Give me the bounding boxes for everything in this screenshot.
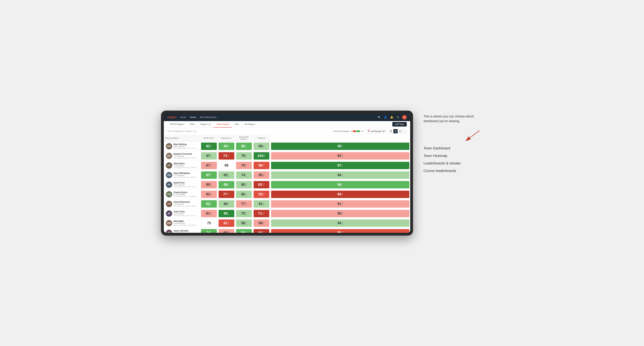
table-row[interactable]: EC Edward Crossman 1-5 Handicap Sunningd… bbox=[164, 151, 410, 161]
metric-box: 87 -3▼ bbox=[201, 162, 217, 169]
metric-box: 89 7▲ bbox=[218, 181, 234, 188]
table-row[interactable]: AN Aaron Nicholls 11-15 Handicap Drift G… bbox=[164, 228, 410, 233]
metric-value: 89 bbox=[338, 211, 341, 215]
last-rounds-button[interactable]: 📅 Last Rounds: 20 bbox=[366, 129, 387, 133]
metric-value: 73 bbox=[223, 154, 227, 158]
metric-change: -6▼ bbox=[263, 164, 264, 167]
player-info: Blair McHarg Plus Handicap Royal North D… bbox=[174, 143, 198, 149]
metric-value: 74 bbox=[241, 173, 245, 177]
player-handicap: 1-5 Handicap bbox=[174, 213, 198, 215]
metric-change: 9▲ bbox=[342, 145, 343, 148]
change-red-bar bbox=[353, 130, 356, 132]
table-row[interactable]: EE Elliot Ebert 1-5 Handicap Sunningdale… bbox=[164, 161, 410, 170]
nav-teams[interactable]: Teams bbox=[190, 115, 196, 119]
metric-change: 4▲ bbox=[245, 221, 247, 225]
edit-icon[interactable] bbox=[194, 130, 196, 133]
table-row[interactable]: BM Blair McHarg Plus Handicap Royal Nort… bbox=[164, 141, 410, 151]
player-handicap: 11-15 Handicap bbox=[174, 232, 196, 233]
tab-tour[interactable]: Tour bbox=[232, 121, 242, 128]
metric-value: 83 bbox=[206, 192, 210, 196]
tablet-screen: clippd Home Teams My Performance 🔍 👤 🔔 ⚙… bbox=[164, 113, 410, 233]
player-table: Player Quality ▾ Off the Tee ▾ Approach … bbox=[164, 135, 410, 233]
view-heatmap-button[interactable]: ◫ bbox=[398, 129, 402, 133]
metric-change: 8▲ bbox=[228, 212, 229, 215]
metric-box: 85 -3▼ bbox=[201, 181, 217, 188]
table-container: Player Quality ▾ Off the Tee ▾ Approach … bbox=[164, 135, 410, 233]
player-handicap: 6-10 Handicap bbox=[174, 222, 198, 224]
metric-value: 103 bbox=[258, 154, 263, 158]
metric-box: 85 -3▼ bbox=[254, 172, 269, 179]
settings-icon[interactable]: ⚙ bbox=[396, 115, 400, 119]
metric-change: 4▲ bbox=[263, 202, 264, 205]
tab-team-clippd[interactable]: Team Clippd bbox=[214, 121, 232, 128]
nav-links: Home Teams My Performance bbox=[180, 115, 374, 119]
player-info: Charlie Quick 6-10 Handicap St. George's… bbox=[174, 191, 198, 197]
metric-box: 83 -10▼ bbox=[254, 181, 269, 188]
player-cell: DF David Ford Plus Handicap Royal North … bbox=[164, 180, 200, 189]
menu-item-dashboard[interactable]: Team Dashboard bbox=[424, 146, 483, 150]
table-row[interactable]: JC Josh Coles 1-5 Handicap Royal North D… bbox=[164, 209, 410, 218]
metric-box: 79 9▲ bbox=[236, 152, 252, 160]
metric-value: 81 bbox=[259, 202, 262, 206]
player-info: Matt Miller 6-10 Handicap Woburn Golf Cl… bbox=[174, 220, 198, 226]
metric-around_green: 88 -2▼ bbox=[253, 218, 270, 228]
player-name: Blair McHarg bbox=[174, 143, 198, 146]
bell-icon[interactable]: 🔔 bbox=[390, 115, 394, 119]
player-cell: EC Edward Crossman 1-5 Handicap Sunningd… bbox=[164, 151, 200, 161]
metric-change: 15▲ bbox=[264, 154, 266, 158]
metric-box: 86 -8▼ bbox=[271, 191, 409, 198]
nav-my-performance[interactable]: My Performance bbox=[200, 115, 216, 119]
profile-icon[interactable]: 👤 bbox=[383, 115, 388, 119]
metric-change: -11▼ bbox=[262, 212, 265, 215]
metric-value: 61 bbox=[224, 221, 228, 225]
metric-value: 80 bbox=[241, 183, 245, 187]
metric-value: 84 bbox=[258, 231, 262, 233]
metric-value: 96 bbox=[338, 183, 341, 187]
search-icon[interactable]: 🔍 bbox=[377, 115, 381, 119]
metric-putting: 95 9▲ bbox=[270, 141, 410, 151]
metric-around_green: 88 -1▼ bbox=[253, 141, 270, 151]
metric-value: 87 bbox=[206, 163, 210, 168]
metric-value: 58 bbox=[241, 231, 245, 233]
user-avatar[interactable]: U bbox=[402, 115, 407, 120]
metric-value: 80 bbox=[241, 192, 245, 196]
metric-value: 86 bbox=[338, 192, 341, 196]
view-list-button[interactable]: ☰ bbox=[389, 129, 393, 133]
metric-around_green: 81 4▲ bbox=[253, 199, 270, 209]
player-cell: BM Blair McHarg Plus Handicap Royal Nort… bbox=[164, 141, 200, 151]
metric-approach: 75 -3▼ bbox=[235, 161, 253, 170]
table-row[interactable]: DF David Ford Plus Handicap Royal North … bbox=[164, 180, 410, 189]
metric-off_tee: 82 4▲ bbox=[218, 170, 235, 180]
add-team-button[interactable]: Add Team bbox=[392, 122, 407, 127]
player-name: Josh Coles bbox=[174, 210, 198, 213]
metric-box: 89 -2▼ bbox=[271, 210, 409, 217]
col-header-player: Player Quality ▾ bbox=[164, 135, 200, 142]
tab-pgat-players[interactable]: PGAT Players bbox=[167, 121, 187, 128]
tab-all-players[interactable]: All Players bbox=[242, 121, 258, 128]
table-row[interactable]: MM Matt Miller 6-10 Handicap Woburn Golf… bbox=[164, 218, 410, 228]
table-row[interactable]: CQ Charlie Quick 6-10 Handicap St. Georg… bbox=[164, 189, 410, 199]
metric-value: 93 bbox=[206, 144, 210, 148]
nav-home[interactable]: Home bbox=[180, 115, 186, 119]
player-name: Matt Miller bbox=[174, 220, 198, 222]
player-avatar: DF bbox=[166, 181, 172, 188]
sub-nav: PGAT Players PGA Hcaps 1-5 Team Clippd T… bbox=[164, 121, 410, 128]
tab-hcaps[interactable]: Hcaps 1-5 bbox=[198, 121, 214, 128]
view-download-button[interactable]: ↓ bbox=[402, 129, 407, 133]
metric-value: 88 bbox=[224, 163, 228, 168]
metric-player_quality: 83 -3▼ bbox=[200, 189, 218, 199]
metric-change: 3▲ bbox=[210, 202, 212, 205]
player-info: Dave Billingham 1-5 Handicap Gog Magog G… bbox=[174, 172, 198, 178]
metric-change: -3▼ bbox=[263, 173, 264, 177]
table-row[interactable]: CR Chris Robertson 1-5 Handicap Craigmil… bbox=[164, 199, 410, 209]
menu-item-leaderboards[interactable]: Leaderboards & streaks bbox=[424, 161, 483, 165]
table-row[interactable]: DB Dave Billingham 1-5 Handicap Gog Mago… bbox=[164, 170, 410, 180]
menu-item-course[interactable]: Course leaderboards bbox=[424, 169, 483, 173]
metric-change: 3▲ bbox=[342, 221, 343, 225]
player-info: Aaron Nicholls 11-15 Handicap Drift Golf… bbox=[174, 230, 196, 233]
menu-item-heatmap[interactable]: Team Heatmap bbox=[424, 154, 483, 158]
player-avatar: AN bbox=[166, 230, 172, 233]
metric-value: 84 bbox=[224, 144, 228, 148]
tab-pga[interactable]: PGA bbox=[187, 121, 198, 128]
view-grid-button[interactable]: ⊞ bbox=[394, 129, 398, 133]
